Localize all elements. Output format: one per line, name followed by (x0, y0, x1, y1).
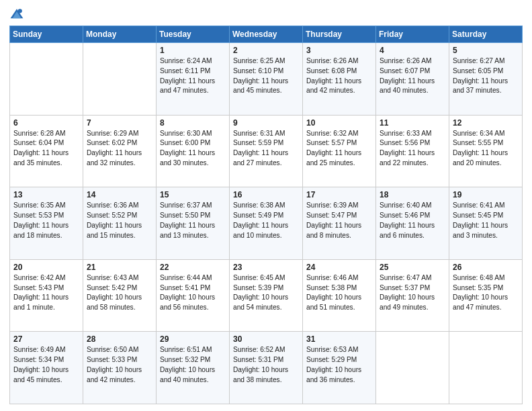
day-info: Sunrise: 6:46 AM Sunset: 5:38 PM Dayligh… (306, 273, 372, 313)
calendar-cell: 2Sunrise: 6:25 AM Sunset: 6:10 PM Daylig… (230, 43, 303, 116)
calendar-cell: 31Sunrise: 6:53 AM Sunset: 5:29 PM Dayli… (303, 332, 376, 404)
day-info: Sunrise: 6:43 AM Sunset: 5:42 PM Dayligh… (87, 273, 152, 313)
day-number: 16 (233, 190, 299, 199)
day-number: 28 (87, 334, 152, 344)
day-info: Sunrise: 6:39 AM Sunset: 5:47 PM Dayligh… (306, 201, 372, 240)
weekday-friday: Friday (376, 26, 449, 43)
svg-point-2 (18, 9, 22, 13)
day-info: Sunrise: 6:42 AM Sunset: 5:43 PM Dayligh… (13, 273, 79, 313)
day-info: Sunrise: 6:24 AM Sunset: 6:11 PM Dayligh… (160, 56, 226, 96)
calendar-table: SundayMondayTuesdayWednesdayThursdayFrid… (9, 26, 523, 404)
day-info: Sunrise: 6:48 AM Sunset: 5:35 PM Dayligh… (453, 273, 519, 313)
weekday-thursday: Thursday (303, 26, 376, 43)
day-info: Sunrise: 6:32 AM Sunset: 5:57 PM Dayligh… (306, 129, 372, 169)
day-info: Sunrise: 6:49 AM Sunset: 5:34 PM Dayligh… (13, 345, 79, 385)
day-number: 4 (380, 46, 445, 55)
day-info: Sunrise: 6:51 AM Sunset: 5:32 PM Dayligh… (160, 345, 226, 385)
day-info: Sunrise: 6:40 AM Sunset: 5:46 PM Dayligh… (380, 201, 445, 240)
calendar-cell: 25Sunrise: 6:47 AM Sunset: 5:37 PM Dayli… (376, 259, 449, 332)
day-number: 31 (306, 334, 372, 344)
day-number: 11 (380, 118, 445, 128)
day-info: Sunrise: 6:47 AM Sunset: 5:37 PM Dayligh… (380, 273, 445, 313)
calendar-cell: 7Sunrise: 6:29 AM Sunset: 6:02 PM Daylig… (83, 115, 157, 187)
calendar-cell: 28Sunrise: 6:50 AM Sunset: 5:33 PM Dayli… (83, 332, 157, 404)
day-number: 3 (306, 46, 372, 55)
calendar-cell (449, 332, 523, 404)
calendar-cell: 15Sunrise: 6:37 AM Sunset: 5:50 PM Dayli… (157, 187, 230, 260)
day-info: Sunrise: 6:36 AM Sunset: 5:52 PM Dayligh… (87, 201, 152, 240)
day-info: Sunrise: 6:28 AM Sunset: 6:04 PM Dayligh… (13, 129, 79, 169)
calendar-cell: 19Sunrise: 6:41 AM Sunset: 5:45 PM Dayli… (449, 187, 523, 260)
day-number: 22 (160, 263, 226, 272)
calendar-cell: 10Sunrise: 6:32 AM Sunset: 5:57 PM Dayli… (303, 115, 376, 187)
logo-icon (9, 7, 24, 21)
calendar-cell: 18Sunrise: 6:40 AM Sunset: 5:46 PM Dayli… (376, 187, 449, 260)
day-info: Sunrise: 6:44 AM Sunset: 5:41 PM Dayligh… (160, 273, 226, 313)
weekday-saturday: Saturday (449, 26, 523, 43)
day-info: Sunrise: 6:50 AM Sunset: 5:33 PM Dayligh… (87, 345, 152, 385)
calendar-cell: 8Sunrise: 6:30 AM Sunset: 6:00 PM Daylig… (157, 115, 230, 187)
day-info: Sunrise: 6:35 AM Sunset: 5:53 PM Dayligh… (13, 201, 79, 240)
day-number: 13 (13, 190, 79, 199)
day-info: Sunrise: 6:41 AM Sunset: 5:45 PM Dayligh… (453, 201, 519, 240)
logo (9, 7, 27, 21)
day-number: 21 (87, 263, 152, 272)
day-info: Sunrise: 6:53 AM Sunset: 5:29 PM Dayligh… (306, 345, 372, 385)
day-number: 27 (13, 334, 79, 344)
weekday-header-row: SundayMondayTuesdayWednesdayThursdayFrid… (10, 26, 523, 43)
weekday-sunday: Sunday (10, 26, 83, 43)
day-number: 6 (13, 118, 79, 128)
week-row-1: 1Sunrise: 6:24 AM Sunset: 6:11 PM Daylig… (10, 43, 523, 116)
day-number: 1 (160, 46, 226, 55)
day-number: 23 (233, 263, 299, 272)
week-row-5: 27Sunrise: 6:49 AM Sunset: 5:34 PM Dayli… (10, 332, 523, 404)
day-info: Sunrise: 6:30 AM Sunset: 6:00 PM Dayligh… (160, 129, 226, 169)
calendar-cell (376, 332, 449, 404)
day-number: 25 (380, 263, 445, 272)
calendar-cell: 26Sunrise: 6:48 AM Sunset: 5:35 PM Dayli… (449, 259, 523, 332)
week-row-4: 20Sunrise: 6:42 AM Sunset: 5:43 PM Dayli… (10, 259, 523, 332)
day-number: 9 (233, 118, 299, 128)
day-info: Sunrise: 6:45 AM Sunset: 5:39 PM Dayligh… (233, 273, 299, 313)
calendar-cell: 16Sunrise: 6:38 AM Sunset: 5:49 PM Dayli… (230, 187, 303, 260)
day-number: 20 (13, 263, 79, 272)
day-info: Sunrise: 6:52 AM Sunset: 5:31 PM Dayligh… (233, 345, 299, 385)
day-info: Sunrise: 6:31 AM Sunset: 5:59 PM Dayligh… (233, 129, 299, 169)
calendar-page: SundayMondayTuesdayWednesdayThursdayFrid… (0, 0, 532, 411)
day-number: 8 (160, 118, 226, 128)
calendar-cell (10, 43, 83, 116)
calendar-cell: 24Sunrise: 6:46 AM Sunset: 5:38 PM Dayli… (303, 259, 376, 332)
calendar-cell: 23Sunrise: 6:45 AM Sunset: 5:39 PM Dayli… (230, 259, 303, 332)
weekday-monday: Monday (83, 26, 157, 43)
calendar-cell: 30Sunrise: 6:52 AM Sunset: 5:31 PM Dayli… (230, 332, 303, 404)
calendar-cell: 17Sunrise: 6:39 AM Sunset: 5:47 PM Dayli… (303, 187, 376, 260)
week-row-2: 6Sunrise: 6:28 AM Sunset: 6:04 PM Daylig… (10, 115, 523, 187)
weekday-tuesday: Tuesday (157, 26, 230, 43)
calendar-cell: 4Sunrise: 6:26 AM Sunset: 6:07 PM Daylig… (376, 43, 449, 116)
calendar-cell: 21Sunrise: 6:43 AM Sunset: 5:42 PM Dayli… (83, 259, 157, 332)
calendar-cell: 6Sunrise: 6:28 AM Sunset: 6:04 PM Daylig… (10, 115, 83, 187)
calendar-cell: 14Sunrise: 6:36 AM Sunset: 5:52 PM Dayli… (83, 187, 157, 260)
calendar-cell: 20Sunrise: 6:42 AM Sunset: 5:43 PM Dayli… (10, 259, 83, 332)
day-info: Sunrise: 6:34 AM Sunset: 5:55 PM Dayligh… (453, 129, 519, 169)
calendar-cell: 11Sunrise: 6:33 AM Sunset: 5:56 PM Dayli… (376, 115, 449, 187)
day-number: 17 (306, 190, 372, 199)
calendar-cell: 12Sunrise: 6:34 AM Sunset: 5:55 PM Dayli… (449, 115, 523, 187)
day-info: Sunrise: 6:37 AM Sunset: 5:50 PM Dayligh… (160, 201, 226, 240)
day-number: 26 (453, 263, 519, 272)
calendar-cell: 9Sunrise: 6:31 AM Sunset: 5:59 PM Daylig… (230, 115, 303, 187)
day-info: Sunrise: 6:25 AM Sunset: 6:10 PM Dayligh… (233, 56, 299, 96)
day-info: Sunrise: 6:29 AM Sunset: 6:02 PM Dayligh… (87, 129, 152, 169)
day-info: Sunrise: 6:26 AM Sunset: 6:08 PM Dayligh… (306, 56, 372, 96)
day-number: 14 (87, 190, 152, 199)
day-number: 15 (160, 190, 226, 199)
day-number: 29 (160, 334, 226, 344)
day-number: 19 (453, 190, 519, 199)
day-number: 18 (380, 190, 445, 199)
day-info: Sunrise: 6:27 AM Sunset: 6:05 PM Dayligh… (453, 56, 519, 96)
calendar-cell: 13Sunrise: 6:35 AM Sunset: 5:53 PM Dayli… (10, 187, 83, 260)
week-row-3: 13Sunrise: 6:35 AM Sunset: 5:53 PM Dayli… (10, 187, 523, 260)
calendar-cell: 1Sunrise: 6:24 AM Sunset: 6:11 PM Daylig… (157, 43, 230, 116)
calendar-cell: 27Sunrise: 6:49 AM Sunset: 5:34 PM Dayli… (10, 332, 83, 404)
day-number: 12 (453, 118, 519, 128)
